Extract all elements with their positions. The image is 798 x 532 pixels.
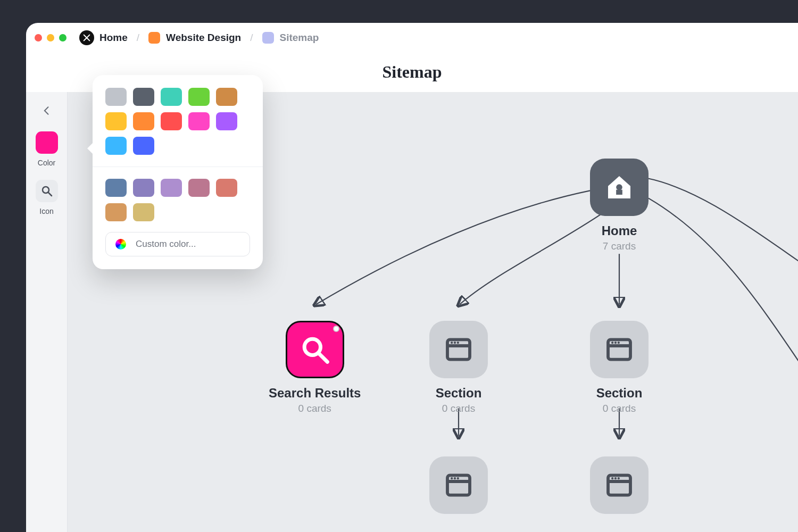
custom-color-button[interactable]: Custom color... xyxy=(105,232,250,256)
svg-point-16 xyxy=(611,342,613,344)
node-section-1[interactable]: Section 0 cards xyxy=(429,321,488,414)
svg-point-5 xyxy=(616,184,622,190)
color-swatch[interactable] xyxy=(216,88,237,106)
breadcrumb-sep: / xyxy=(250,32,253,44)
custom-color-label: Custom color... xyxy=(136,239,196,250)
color-swatch[interactable] xyxy=(133,112,154,130)
node-child-1[interactable] xyxy=(429,456,488,514)
node-subtitle: 0 cards xyxy=(442,403,475,414)
node-subtitle: 0 cards xyxy=(298,403,331,414)
svg-point-22 xyxy=(454,477,456,479)
window-minimize-button[interactable] xyxy=(47,34,54,41)
svg-point-23 xyxy=(457,477,459,479)
node-section-2[interactable]: Section 0 cards xyxy=(590,321,649,414)
svg-point-21 xyxy=(451,477,453,479)
node-title: Section xyxy=(436,386,482,401)
primary-swatches xyxy=(105,88,250,155)
app-logo-icon[interactable] xyxy=(79,30,94,45)
node-title: Home xyxy=(602,223,637,238)
node-subtitle: 0 cards xyxy=(603,403,636,414)
color-swatch[interactable] xyxy=(133,88,154,106)
color-wheel-icon xyxy=(115,239,126,250)
window-close-button[interactable] xyxy=(35,34,42,41)
window-icon xyxy=(590,321,649,378)
color-swatch[interactable] xyxy=(105,179,127,197)
svg-point-18 xyxy=(618,342,620,344)
search-icon xyxy=(36,180,58,202)
color-swatch[interactable] xyxy=(216,179,237,197)
secondary-swatches xyxy=(105,179,250,221)
color-swatch[interactable] xyxy=(133,203,154,221)
breadcrumb-project[interactable]: Website Design xyxy=(166,32,241,44)
node-search-results[interactable]: Search Results 0 cards xyxy=(269,321,361,414)
breadcrumb: Home / Website Design / Sitemap xyxy=(99,32,319,44)
divider xyxy=(93,167,263,167)
selection-handle-icon[interactable] xyxy=(333,326,339,332)
search-icon xyxy=(286,321,344,378)
left-rail: Color Icon xyxy=(26,92,68,532)
color-swatch[interactable] xyxy=(105,137,127,155)
titlebar: Home / Website Design / Sitemap xyxy=(26,23,798,52)
home-icon xyxy=(590,159,649,216)
svg-point-28 xyxy=(618,477,620,479)
node-title: Search Results xyxy=(269,386,361,401)
color-swatch[interactable] xyxy=(133,137,154,155)
app-window: Home / Website Design / Sitemap Sitemap xyxy=(26,23,798,532)
color-swatch[interactable] xyxy=(188,179,210,197)
svg-point-26 xyxy=(611,477,613,479)
color-swatch[interactable] xyxy=(161,88,182,106)
svg-rect-6 xyxy=(616,190,622,195)
color-swatch[interactable] xyxy=(105,88,127,106)
node-subtitle: 7 cards xyxy=(603,240,636,252)
project-color-chip xyxy=(148,32,160,44)
color-swatch[interactable] xyxy=(161,179,182,197)
node-title: Section xyxy=(596,386,643,401)
node-home[interactable]: Home 7 cards xyxy=(590,159,649,252)
color-swatch[interactable] xyxy=(133,179,154,197)
svg-point-13 xyxy=(457,342,459,344)
node-child-2[interactable] xyxy=(590,456,649,514)
breadcrumb-home[interactable]: Home xyxy=(99,32,128,44)
window-zoom-button[interactable] xyxy=(59,34,66,41)
svg-point-27 xyxy=(614,477,617,479)
color-swatch[interactable] xyxy=(161,112,182,130)
breadcrumb-page[interactable]: Sitemap xyxy=(280,32,319,44)
window-icon xyxy=(590,456,649,514)
rail-label-icon: Icon xyxy=(39,207,53,215)
back-button[interactable] xyxy=(39,103,55,119)
color-swatch-icon xyxy=(36,131,58,154)
color-swatch[interactable] xyxy=(188,88,210,106)
rail-item-icon[interactable]: Icon xyxy=(36,180,58,215)
window-icon xyxy=(429,321,488,378)
svg-line-8 xyxy=(319,353,327,362)
breadcrumb-sep: / xyxy=(137,32,139,44)
svg-point-12 xyxy=(454,342,456,344)
color-swatch[interactable] xyxy=(105,112,127,130)
color-popover: Custom color... xyxy=(93,75,263,269)
page-color-chip xyxy=(262,32,274,44)
svg-point-11 xyxy=(451,342,453,344)
color-swatch[interactable] xyxy=(188,112,210,130)
traffic-lights xyxy=(35,34,66,41)
rail-item-color[interactable]: Color xyxy=(36,131,58,167)
svg-line-4 xyxy=(48,193,52,196)
window-icon xyxy=(429,456,488,514)
svg-point-17 xyxy=(614,342,617,344)
color-swatch[interactable] xyxy=(216,112,237,130)
rail-label-color: Color xyxy=(38,159,55,167)
color-swatch[interactable] xyxy=(105,203,127,221)
